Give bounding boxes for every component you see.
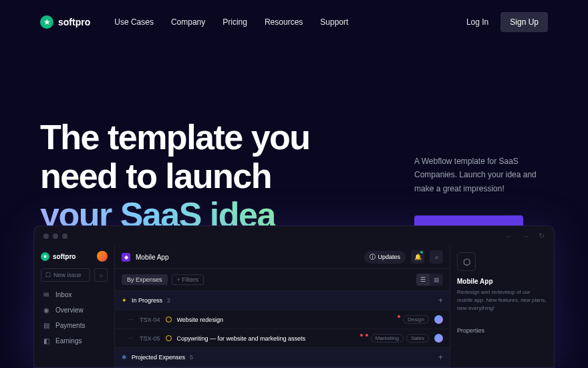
tag-design[interactable]: Design <box>403 315 429 324</box>
add-item-button[interactable]: + <box>438 353 443 362</box>
sidebar-item-label: Inbox <box>55 291 71 298</box>
properties-heading: Properties <box>457 327 547 334</box>
new-issue-button[interactable]: ☐ New issue <box>41 268 90 282</box>
row-title: Copywriting — for website and marketing … <box>177 335 355 342</box>
forward-icon[interactable]: → <box>522 232 529 240</box>
tag-sales[interactable]: Sales <box>406 334 429 343</box>
plus-icon: ☐ <box>45 272 51 278</box>
priority-dot <box>398 315 400 318</box>
star-icon: ★ <box>40 15 53 29</box>
status-icon <box>166 335 172 341</box>
priority-dot <box>365 334 368 337</box>
details-panel: ⬡ Mobile App Redesign and redevelop of o… <box>450 246 554 367</box>
star-icon: ★ <box>41 252 49 261</box>
section-header[interactable]: ❄ Projected Expenses 5 + <box>115 348 450 367</box>
table-row[interactable]: ⋯ TSX-05 Copywriting — for website and m… <box>115 329 450 347</box>
app-sidebar: ★ softpro ☐ New issue ⌕ ✉Inbox ◉Overview… <box>34 246 114 367</box>
main-panel: ◆ Mobile App ⓘUpdates 🔔 ⌕ By Expenses + … <box>114 246 450 367</box>
app-brand[interactable]: ★ softpro <box>41 252 76 261</box>
sidebar-item-label: Payments <box>55 322 85 329</box>
earnings-icon: ◧ <box>43 337 51 345</box>
hero-headline-area: The template you need to launch your Saa… <box>40 118 347 244</box>
nav-use-cases[interactable]: Use Cases <box>114 17 154 27</box>
drag-handle-icon[interactable]: ⋯ <box>128 316 134 323</box>
site-header: ★ softpro Use Cases Company Pricing Reso… <box>0 0 588 44</box>
priority-dot <box>360 334 363 337</box>
row-tags: Design <box>398 315 429 324</box>
sidebar-item-payments[interactable]: ▤Payments <box>41 320 108 331</box>
assignee-avatar[interactable] <box>434 315 443 324</box>
row-title: Website redesign <box>177 316 393 323</box>
avatar[interactable] <box>97 251 108 262</box>
add-filter-button[interactable]: + Filters <box>172 274 204 285</box>
assignee-avatar[interactable] <box>434 334 443 343</box>
project-title: Mobile App <box>136 254 359 261</box>
notification-dot <box>420 251 423 254</box>
goal-icon: ❄ <box>122 354 127 361</box>
nav-support[interactable]: Support <box>320 17 348 27</box>
payments-icon: ▤ <box>43 322 51 329</box>
refresh-icon[interactable]: ↻ <box>539 232 545 240</box>
brand-name: softpro <box>58 17 90 27</box>
updates-badge[interactable]: ⓘUpdates <box>364 251 406 264</box>
traffic-lights <box>43 234 67 239</box>
sidebar-item-label: Earnings <box>55 337 82 345</box>
sidebar-item-inbox[interactable]: ✉Inbox <box>41 290 108 300</box>
back-icon[interactable]: ← <box>505 232 512 240</box>
progress-icon: ✦ <box>122 297 127 304</box>
sidebar-item-label: Overview <box>55 306 84 314</box>
hero-title: The template you need to launch your Saa… <box>40 118 347 235</box>
sidebar-nav: ✉Inbox ◉Overview ▤Payments ◧Earnings <box>41 290 108 346</box>
list-view-button[interactable]: ☰ <box>416 274 430 286</box>
auth-actions: Log In Sign Up <box>466 12 548 32</box>
section-projected-expenses: ❄ Projected Expenses 5 + <box>115 348 450 367</box>
cube-icon: ⬡ <box>457 252 476 271</box>
nav-pricing[interactable]: Pricing <box>223 17 247 27</box>
close-dot[interactable] <box>43 234 49 239</box>
section-title: In Progress <box>132 297 162 304</box>
minimize-dot[interactable] <box>53 234 58 239</box>
shield-icon: ◆ <box>122 253 130 262</box>
nav-resources[interactable]: Resources <box>265 17 303 27</box>
overview-icon: ◉ <box>43 306 51 314</box>
notifications-button[interactable]: 🔔 <box>411 250 424 264</box>
row-tags: Marketing Sales <box>360 334 429 343</box>
app-preview-window: ← → ↻ ★ softpro ☐ New issue ⌕ ✉Inbox <box>33 225 555 368</box>
drag-handle-icon[interactable]: ⋯ <box>128 335 134 341</box>
info-icon: ⓘ <box>370 253 376 262</box>
sidebar-item-earnings[interactable]: ◧Earnings <box>41 336 108 346</box>
search-button[interactable]: ⌕ <box>430 250 443 264</box>
project-header: ◆ Mobile App ⓘUpdates 🔔 ⌕ <box>115 246 450 269</box>
hero-title-line1: The template you <box>40 118 310 157</box>
login-link[interactable]: Log In <box>466 17 488 27</box>
grid-view-button[interactable]: ▦ <box>430 274 443 286</box>
window-titlebar: ← → ↻ <box>34 226 554 246</box>
tag-marketing[interactable]: Marketing <box>371 334 404 343</box>
hero-subtitle: A Webflow template for SaaS Companies. L… <box>414 155 548 195</box>
table-row[interactable]: ⋯ TSX-04 Website redesign Design <box>115 310 450 329</box>
status-icon <box>166 316 172 323</box>
primary-nav: Use Cases Company Pricing Resources Supp… <box>114 17 442 27</box>
view-switcher: ☰ ▦ <box>416 274 443 286</box>
signup-button[interactable]: Sign Up <box>500 12 548 32</box>
hero-cta-area: A Webflow template for SaaS Companies. L… <box>414 118 548 244</box>
section-in-progress: ✦ In Progress 2 + ⋯ TSX-04 Website redes… <box>115 291 450 348</box>
filter-bar: By Expenses + Filters ☰ ▦ <box>115 269 450 291</box>
maximize-dot[interactable] <box>62 234 67 239</box>
brand-logo[interactable]: ★ softpro <box>40 15 90 29</box>
filter-by-expenses[interactable]: By Expenses <box>122 274 168 285</box>
section-count: 5 <box>190 354 193 361</box>
app-brand-name: softpro <box>53 253 76 260</box>
row-id: TSX-05 <box>140 335 160 342</box>
details-description: Redesign and redevelop of our mobile app… <box>457 288 547 312</box>
section-count: 2 <box>167 297 170 304</box>
section-title: Projected Expenses <box>132 354 185 361</box>
nav-company[interactable]: Company <box>171 17 205 27</box>
sidebar-item-overview[interactable]: ◉Overview <box>41 305 108 315</box>
row-id: TSX-04 <box>140 316 160 323</box>
new-issue-label: New issue <box>53 272 82 278</box>
inbox-icon: ✉ <box>43 291 51 298</box>
sidebar-search-button[interactable]: ⌕ <box>94 268 108 282</box>
section-header[interactable]: ✦ In Progress 2 + <box>115 291 450 310</box>
add-item-button[interactable]: + <box>438 296 443 305</box>
